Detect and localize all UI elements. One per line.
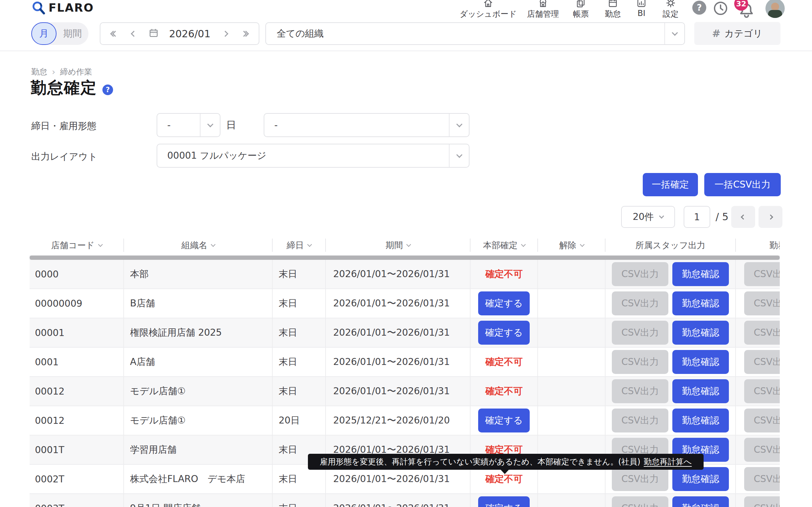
notification-count: 32 <box>736 0 747 8</box>
column-header-4[interactable]: 本部確定 <box>471 238 538 252</box>
nav-item-dashboard[interactable]: ダッシュボード <box>460 0 516 19</box>
column-label: 締日 <box>287 239 304 251</box>
work-csv-export-button[interactable]: CSV出力 <box>744 438 780 462</box>
title-help-badge[interactable]: ? <box>103 84 113 95</box>
column-header-5[interactable]: 解除 <box>538 238 606 252</box>
next-month-button[interactable] <box>221 30 230 38</box>
flaro-logo-icon <box>31 1 45 15</box>
staff-csv-export-button[interactable]: CSV出力 <box>612 350 668 374</box>
table-row: 0000本部末日2026/01/01〜2026/01/31確定不可CSV出力勤怠… <box>29 260 780 289</box>
cell-period: 2026/01/01〜2026/01/31 <box>326 494 471 507</box>
cell-staff-output: CSV出力勤怠確認 <box>606 494 736 507</box>
closing-day-select[interactable]: - <box>157 113 221 137</box>
work-csv-export-button[interactable]: CSV出力 <box>744 496 780 507</box>
attendance-check-button[interactable]: 勤怠確認 <box>672 379 729 403</box>
calendar-picker-icon[interactable] <box>149 28 159 39</box>
cell-work-output: CSV出力 <box>736 318 780 347</box>
cell-work-output: CSV出力 <box>736 289 780 318</box>
period-mode-button[interactable]: 期間 <box>57 27 88 40</box>
work-csv-export-button[interactable]: CSV出力 <box>744 291 780 316</box>
cell-work-output: CSV出力 <box>736 465 780 493</box>
prev-month-button[interactable] <box>130 30 138 38</box>
work-csv-export-button[interactable]: CSV出力 <box>744 379 780 403</box>
gear-icon <box>666 0 676 8</box>
confirm-button[interactable]: 確定する <box>478 291 530 316</box>
page-number-input[interactable] <box>684 206 710 228</box>
organization-select[interactable]: 全ての組織 <box>265 22 685 45</box>
work-csv-export-button[interactable]: CSV出力 <box>744 262 780 286</box>
staff-csv-export-button[interactable]: CSV出力 <box>612 496 668 507</box>
work-csv-export-button[interactable]: CSV出力 <box>744 350 780 374</box>
attendance-check-button[interactable]: 勤怠確認 <box>672 321 729 345</box>
work-csv-export-button[interactable]: CSV出力 <box>744 467 780 491</box>
app-logo[interactable]: FLARO <box>31 1 94 15</box>
output-layout-label: 出力レイアウト <box>31 150 98 163</box>
next-year-button[interactable] <box>240 30 250 38</box>
nav-item-settings[interactable]: 設定 <box>642 0 699 19</box>
column-header-0[interactable]: 店舗コード <box>29 238 124 252</box>
cell-hq-confirm: 確定する <box>471 289 538 318</box>
recalculate-link[interactable]: 勤怠再計算へ <box>644 456 692 467</box>
locked-status-text: 確定不可 <box>486 268 523 280</box>
prev-page-button[interactable] <box>731 206 755 228</box>
cell-hq-confirm: 確定する <box>471 318 538 347</box>
cell-store-code: 0003T <box>29 494 124 507</box>
help-glyph: ? <box>697 3 702 13</box>
bulk-csv-export-button[interactable]: 一括CSV出力 <box>704 173 781 196</box>
hash-icon: # <box>712 27 721 39</box>
staff-csv-export-button[interactable]: CSV出力 <box>612 321 668 345</box>
locked-status-text: 確定不可 <box>486 385 523 398</box>
day-suffix-label: 日 <box>226 118 236 132</box>
work-csv-export-button[interactable]: CSV出力 <box>744 321 780 345</box>
user-avatar[interactable] <box>765 0 785 18</box>
sort-chevron-icon <box>579 242 584 247</box>
breadcrumb-item-attendance[interactable]: 勤怠 <box>31 66 47 77</box>
table-row: 00001権限検証用店舗 2025末日2026/01/01〜2026/01/31… <box>29 318 780 348</box>
current-period-label[interactable]: 2026/01 <box>169 28 210 40</box>
attendance-check-button[interactable]: 勤怠確認 <box>672 350 729 374</box>
attendance-check-button[interactable]: 勤怠確認 <box>672 408 729 433</box>
cell-release <box>538 494 606 507</box>
attendance-check-button[interactable]: 勤怠確認 <box>672 496 729 507</box>
output-layout-select[interactable]: 00001 フルパッケージ <box>157 144 470 168</box>
attendance-check-button[interactable]: 勤怠確認 <box>672 467 729 491</box>
sort-chevron-icon <box>521 242 525 247</box>
month-mode-button[interactable]: 月 <box>31 22 57 45</box>
cell-hq-confirm: 確定不可 <box>471 348 538 376</box>
column-label: 期間 <box>386 239 403 251</box>
cell-period: 2026/01/01〜2026/01/31 <box>326 289 471 318</box>
help-button[interactable]: ? <box>692 1 706 15</box>
next-page-button[interactable] <box>758 206 783 228</box>
cell-closing-day: 末日 <box>273 377 326 405</box>
page-size-select[interactable]: 20件 <box>621 206 675 228</box>
cell-period: 2025/12/21〜2026/01/20 <box>326 406 471 435</box>
column-label: 解除 <box>559 239 577 251</box>
horizontal-scrollbar[interactable] <box>29 256 780 260</box>
column-header-2[interactable]: 締日 <box>273 238 326 252</box>
attendance-check-button[interactable]: 勤怠確認 <box>672 291 729 316</box>
confirm-button[interactable]: 確定する <box>478 408 530 433</box>
confirm-button[interactable]: 確定する <box>478 496 530 507</box>
attendance-check-button[interactable]: 勤怠確認 <box>672 262 729 286</box>
category-button[interactable]: # カテゴリ <box>694 22 780 45</box>
history-button[interactable] <box>713 1 728 17</box>
confirm-button[interactable]: 確定する <box>478 321 530 345</box>
chevron-right-icon <box>768 214 773 220</box>
locked-status-text: 確定不可 <box>486 356 523 368</box>
cell-release <box>538 348 606 376</box>
cell-hq-confirm: 確定不可 <box>471 260 538 288</box>
work-csv-export-button[interactable]: CSV出力 <box>744 408 780 433</box>
staff-csv-export-button[interactable]: CSV出力 <box>612 467 668 491</box>
staff-csv-export-button[interactable]: CSV出力 <box>612 291 668 316</box>
scrollbar-thumb[interactable] <box>29 256 780 260</box>
column-header-1[interactable]: 組織名 <box>124 238 273 252</box>
bulk-confirm-button[interactable]: 一括確定 <box>643 173 698 196</box>
employment-type-select[interactable]: - <box>264 113 470 137</box>
prev-year-button[interactable] <box>109 30 119 38</box>
staff-csv-export-button[interactable]: CSV出力 <box>612 262 668 286</box>
cell-org-name: 9月1日 開店店舗 <box>124 494 273 507</box>
staff-csv-export-button[interactable]: CSV出力 <box>612 379 668 403</box>
staff-csv-export-button[interactable]: CSV出力 <box>612 408 668 433</box>
column-header-3[interactable]: 期間 <box>326 238 471 252</box>
breadcrumb-item-closing[interactable]: 締め作業 <box>60 66 92 77</box>
